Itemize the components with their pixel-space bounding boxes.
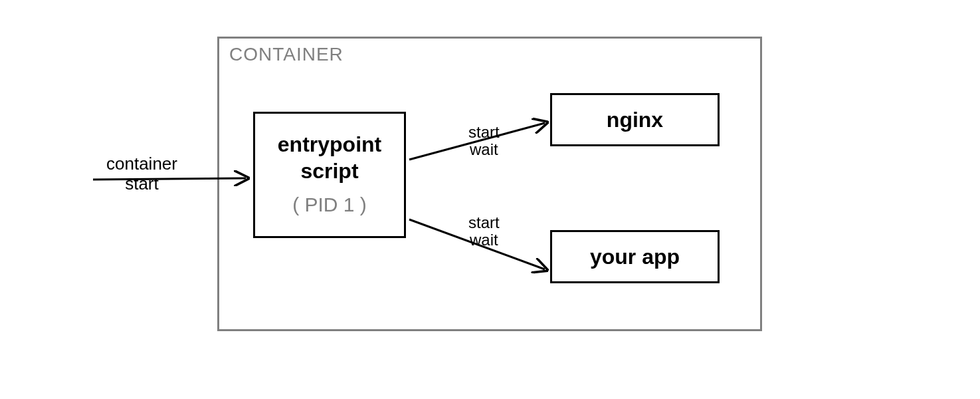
arrow-label-container-start-line2: start <box>125 174 159 194</box>
entrypoint-pid-label: ( PID 1 ) <box>255 194 404 216</box>
arrow-label-wait-line2-nginx: wait <box>470 140 498 158</box>
arrow-label-start-wait-app: start wait <box>468 214 500 249</box>
container-title: CONTAINER <box>229 44 343 65</box>
arrow-label-start-wait-nginx: start wait <box>468 124 500 159</box>
entrypoint-label-line2: script <box>255 159 404 184</box>
diagram-canvas: CONTAINER entrypoint script ( PID 1 ) ng… <box>0 0 980 399</box>
arrow-label-wait-line2-app: wait <box>470 231 498 249</box>
arrow-label-container-start-line1: container <box>106 154 177 174</box>
entrypoint-label-line1: entrypoint <box>255 132 404 157</box>
arrow-label-start-line1-nginx: start <box>468 123 500 141</box>
your-app-label: your app <box>590 245 680 269</box>
nginx-label: nginx <box>607 108 663 132</box>
arrow-label-start-line1-app: start <box>468 213 500 231</box>
your-app-box: your app <box>550 230 720 283</box>
entrypoint-box: entrypoint script ( PID 1 ) <box>253 112 406 238</box>
nginx-box: nginx <box>550 93 720 146</box>
arrow-label-container-start: container start <box>106 154 177 194</box>
